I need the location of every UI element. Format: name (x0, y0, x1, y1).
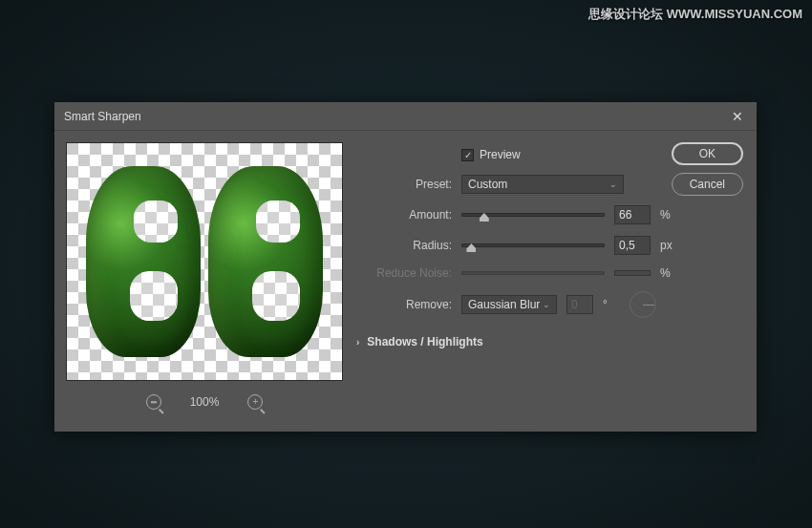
remove-label: Remove: (356, 298, 452, 311)
titlebar: Smart Sharpen ✕ (54, 102, 757, 131)
preset-select[interactable]: Custom ⌄ (461, 175, 624, 194)
chevron-right-icon: › (356, 337, 359, 348)
remove-value: Gaussian Blur (468, 298, 540, 311)
angle-input: 0 (566, 295, 593, 314)
zoom-out-icon[interactable] (146, 394, 161, 410)
radius-label: Radius: (356, 239, 452, 252)
amount-row: Amount: 66 % (356, 205, 745, 224)
remove-select[interactable]: Gaussian Blur ⌄ (461, 295, 557, 314)
amount-slider[interactable] (461, 213, 605, 217)
close-icon[interactable]: ✕ (728, 109, 747, 124)
controls-column: ✓ Preview ✿ OK Cancel Preset: Custom ⌄ A… (356, 142, 745, 410)
watermark-text: 思缘设计论坛 WWW.MISSYUAN.COM (588, 6, 802, 23)
noise-label: Reduce Noise: (356, 266, 452, 280)
preview-image[interactable] (66, 142, 343, 381)
cancel-button[interactable]: Cancel (672, 173, 743, 196)
amount-input[interactable]: 66 (614, 205, 651, 224)
preview-column: 100% (66, 142, 343, 410)
zoom-in-icon[interactable] (247, 394, 263, 410)
dialog-title: Smart Sharpen (64, 110, 141, 123)
radius-input[interactable]: 0,5 (614, 236, 651, 255)
preset-label: Preset: (356, 178, 452, 191)
preview-checkbox-row[interactable]: ✓ Preview (461, 148, 521, 161)
preview-label: Preview (480, 148, 521, 161)
radius-slider[interactable] (461, 243, 605, 247)
chevron-down-icon: ⌄ (609, 180, 617, 189)
noise-unit: % (660, 266, 677, 280)
angle-dial[interactable] (630, 291, 656, 318)
remove-row: Remove: Gaussian Blur ⌄ 0 ° (356, 291, 745, 318)
preview-checkbox[interactable]: ✓ (461, 149, 474, 161)
section-label: Shadows / Highlights (367, 335, 482, 348)
radius-unit: px (660, 239, 677, 252)
ok-button[interactable]: OK (672, 142, 743, 165)
preview-letter (86, 166, 201, 357)
preset-value: Custom (468, 178, 507, 191)
shadows-highlights-section[interactable]: › Shadows / Highlights (356, 335, 745, 348)
noise-row: Reduce Noise: % (356, 266, 745, 280)
zoom-controls: 100% (146, 394, 264, 410)
amount-unit: % (660, 208, 677, 222)
noise-input (614, 270, 651, 276)
zoom-level: 100% (190, 395, 220, 409)
amount-label: Amount: (356, 208, 452, 222)
preview-letter (208, 166, 323, 357)
radius-row: Radius: 0,5 px (356, 236, 745, 255)
chevron-down-icon: ⌄ (543, 300, 550, 309)
degree-unit: ° (603, 298, 620, 311)
noise-slider (461, 271, 605, 275)
smart-sharpen-dialog: Smart Sharpen ✕ 100% (54, 102, 757, 432)
